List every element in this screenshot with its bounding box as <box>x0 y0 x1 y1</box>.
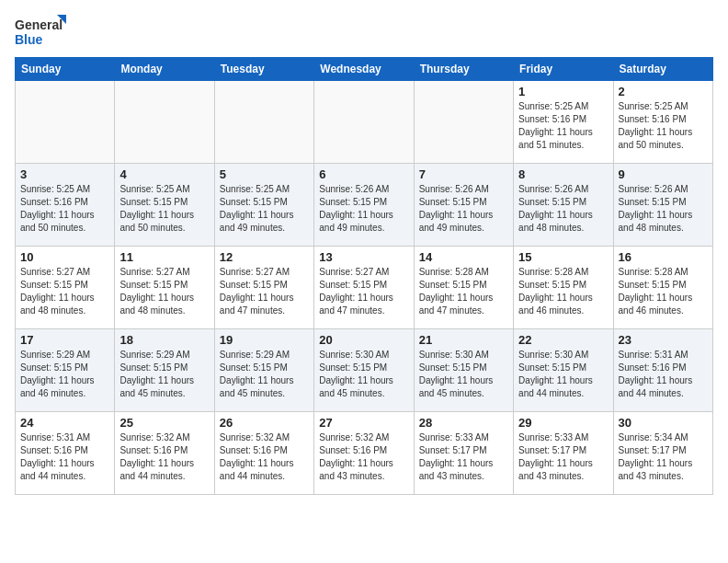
calendar-week-row: 1Sunrise: 5:25 AM Sunset: 5:16 PM Daylig… <box>16 81 713 164</box>
svg-text:Blue: Blue <box>15 32 43 47</box>
day-number: 15 <box>518 250 608 264</box>
day-info: Sunrise: 5:26 AM Sunset: 5:15 PM Dayligh… <box>619 183 708 235</box>
weekday-header: Monday <box>115 58 214 81</box>
calendar-cell: 30Sunrise: 5:34 AM Sunset: 5:17 PM Dayli… <box>613 412 712 495</box>
day-info: Sunrise: 5:27 AM Sunset: 5:15 PM Dayligh… <box>220 266 309 317</box>
logo: GeneralBlue <box>15 15 70 48</box>
day-number: 25 <box>119 416 209 430</box>
day-info: Sunrise: 5:30 AM Sunset: 5:15 PM Dayligh… <box>319 349 408 400</box>
day-info: Sunrise: 5:34 AM Sunset: 5:17 PM Dayligh… <box>619 431 708 483</box>
day-info: Sunrise: 5:29 AM Sunset: 5:15 PM Dayligh… <box>20 349 109 400</box>
calendar-cell: 16Sunrise: 5:28 AM Sunset: 5:15 PM Dayli… <box>613 247 712 329</box>
day-info: Sunrise: 5:25 AM Sunset: 5:16 PM Dayligh… <box>518 100 608 152</box>
day-number: 26 <box>220 416 309 430</box>
calendar-cell: 27Sunrise: 5:32 AM Sunset: 5:16 PM Dayli… <box>314 412 414 495</box>
calendar-cell: 17Sunrise: 5:29 AM Sunset: 5:15 PM Dayli… <box>16 329 115 412</box>
calendar-cell: 3Sunrise: 5:25 AM Sunset: 5:16 PM Daylig… <box>16 164 115 247</box>
calendar-cell <box>414 81 513 164</box>
calendar-cell: 8Sunrise: 5:26 AM Sunset: 5:15 PM Daylig… <box>514 164 613 247</box>
day-number: 7 <box>419 167 508 181</box>
day-number: 20 <box>319 333 408 347</box>
weekday-header: Wednesday <box>314 58 414 81</box>
calendar-cell: 25Sunrise: 5:32 AM Sunset: 5:16 PM Dayli… <box>115 412 214 495</box>
day-info: Sunrise: 5:29 AM Sunset: 5:15 PM Dayligh… <box>220 349 309 400</box>
day-info: Sunrise: 5:28 AM Sunset: 5:15 PM Dayligh… <box>518 266 608 317</box>
day-number: 10 <box>20 250 109 264</box>
day-number: 9 <box>619 167 708 181</box>
day-info: Sunrise: 5:33 AM Sunset: 5:17 PM Dayligh… <box>518 431 608 483</box>
calendar-cell: 6Sunrise: 5:26 AM Sunset: 5:15 PM Daylig… <box>314 164 414 247</box>
day-number: 23 <box>619 333 708 347</box>
calendar-cell: 1Sunrise: 5:25 AM Sunset: 5:16 PM Daylig… <box>514 81 613 164</box>
day-info: Sunrise: 5:27 AM Sunset: 5:15 PM Dayligh… <box>119 266 209 317</box>
calendar-week-row: 24Sunrise: 5:31 AM Sunset: 5:16 PM Dayli… <box>16 412 713 495</box>
day-info: Sunrise: 5:26 AM Sunset: 5:15 PM Dayligh… <box>419 183 508 235</box>
calendar-cell <box>214 81 313 164</box>
calendar-week-row: 17Sunrise: 5:29 AM Sunset: 5:15 PM Dayli… <box>16 329 713 412</box>
calendar-body: 1Sunrise: 5:25 AM Sunset: 5:16 PM Daylig… <box>16 81 713 495</box>
day-info: Sunrise: 5:29 AM Sunset: 5:15 PM Dayligh… <box>119 349 209 400</box>
calendar-cell: 11Sunrise: 5:27 AM Sunset: 5:15 PM Dayli… <box>115 247 214 329</box>
day-number: 3 <box>20 167 109 181</box>
calendar-cell: 10Sunrise: 5:27 AM Sunset: 5:15 PM Dayli… <box>16 247 115 329</box>
calendar-cell: 18Sunrise: 5:29 AM Sunset: 5:15 PM Dayli… <box>115 329 214 412</box>
page-header: GeneralBlue <box>15 15 713 48</box>
weekday-header: Saturday <box>613 58 712 81</box>
day-info: Sunrise: 5:32 AM Sunset: 5:16 PM Dayligh… <box>319 431 408 483</box>
calendar-cell: 28Sunrise: 5:33 AM Sunset: 5:17 PM Dayli… <box>414 412 513 495</box>
day-number: 30 <box>619 416 708 430</box>
day-info: Sunrise: 5:31 AM Sunset: 5:16 PM Dayligh… <box>619 349 708 400</box>
calendar-cell: 13Sunrise: 5:27 AM Sunset: 5:15 PM Dayli… <box>314 247 414 329</box>
calendar-cell: 2Sunrise: 5:25 AM Sunset: 5:16 PM Daylig… <box>613 81 712 164</box>
day-info: Sunrise: 5:25 AM Sunset: 5:16 PM Dayligh… <box>20 183 109 235</box>
day-number: 11 <box>119 250 209 264</box>
calendar-cell: 5Sunrise: 5:25 AM Sunset: 5:15 PM Daylig… <box>214 164 313 247</box>
day-info: Sunrise: 5:27 AM Sunset: 5:15 PM Dayligh… <box>20 266 109 317</box>
day-number: 21 <box>419 333 508 347</box>
day-number: 13 <box>319 250 408 264</box>
day-info: Sunrise: 5:30 AM Sunset: 5:15 PM Dayligh… <box>518 349 608 400</box>
day-number: 17 <box>20 333 109 347</box>
calendar-header-row: SundayMondayTuesdayWednesdayThursdayFrid… <box>16 58 713 81</box>
calendar-cell: 4Sunrise: 5:25 AM Sunset: 5:15 PM Daylig… <box>115 164 214 247</box>
day-info: Sunrise: 5:26 AM Sunset: 5:15 PM Dayligh… <box>518 183 608 235</box>
svg-text:General: General <box>15 17 63 32</box>
calendar-cell <box>16 81 115 164</box>
calendar-cell: 19Sunrise: 5:29 AM Sunset: 5:15 PM Dayli… <box>214 329 313 412</box>
calendar-cell: 22Sunrise: 5:30 AM Sunset: 5:15 PM Dayli… <box>514 329 613 412</box>
day-number: 4 <box>119 167 209 181</box>
day-number: 22 <box>518 333 608 347</box>
day-number: 24 <box>20 416 109 430</box>
calendar-cell: 7Sunrise: 5:26 AM Sunset: 5:15 PM Daylig… <box>414 164 513 247</box>
day-info: Sunrise: 5:31 AM Sunset: 5:16 PM Dayligh… <box>20 431 109 483</box>
day-number: 2 <box>619 85 708 98</box>
day-info: Sunrise: 5:26 AM Sunset: 5:15 PM Dayligh… <box>319 183 408 235</box>
day-number: 6 <box>319 167 408 181</box>
calendar-cell <box>314 81 414 164</box>
day-info: Sunrise: 5:32 AM Sunset: 5:16 PM Dayligh… <box>119 431 209 483</box>
calendar-cell: 12Sunrise: 5:27 AM Sunset: 5:15 PM Dayli… <box>214 247 313 329</box>
calendar-cell: 26Sunrise: 5:32 AM Sunset: 5:16 PM Dayli… <box>214 412 313 495</box>
day-number: 14 <box>419 250 508 264</box>
calendar-cell <box>115 81 214 164</box>
calendar-table: SundayMondayTuesdayWednesdayThursdayFrid… <box>15 57 713 495</box>
calendar-week-row: 10Sunrise: 5:27 AM Sunset: 5:15 PM Dayli… <box>16 247 713 329</box>
calendar-cell: 14Sunrise: 5:28 AM Sunset: 5:15 PM Dayli… <box>414 247 513 329</box>
day-number: 18 <box>119 333 209 347</box>
weekday-header: Tuesday <box>214 58 313 81</box>
weekday-header: Sunday <box>16 58 115 81</box>
day-number: 8 <box>518 167 608 181</box>
calendar-cell: 20Sunrise: 5:30 AM Sunset: 5:15 PM Dayli… <box>314 329 414 412</box>
calendar-cell: 29Sunrise: 5:33 AM Sunset: 5:17 PM Dayli… <box>514 412 613 495</box>
day-number: 19 <box>220 333 309 347</box>
day-number: 1 <box>518 85 608 98</box>
logo-svg: GeneralBlue <box>15 15 70 48</box>
day-info: Sunrise: 5:28 AM Sunset: 5:15 PM Dayligh… <box>419 266 508 317</box>
day-number: 12 <box>220 250 309 264</box>
day-number: 27 <box>319 416 408 430</box>
calendar-week-row: 3Sunrise: 5:25 AM Sunset: 5:16 PM Daylig… <box>16 164 713 247</box>
day-info: Sunrise: 5:28 AM Sunset: 5:15 PM Dayligh… <box>619 266 708 317</box>
calendar-cell: 9Sunrise: 5:26 AM Sunset: 5:15 PM Daylig… <box>613 164 712 247</box>
day-number: 16 <box>619 250 708 264</box>
day-number: 5 <box>220 167 309 181</box>
